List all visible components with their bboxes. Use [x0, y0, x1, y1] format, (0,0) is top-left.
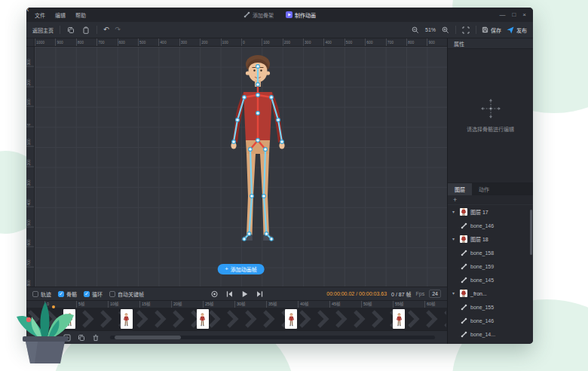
- character-thumbnail: [198, 312, 207, 327]
- keyframe-thumbnail[interactable]: [121, 309, 133, 329]
- ruler-tick: 300: [26, 47, 35, 67]
- record-button[interactable]: [210, 290, 219, 298]
- layer-bone-row[interactable]: bone_158: [448, 246, 533, 259]
- plant-leaves: [17, 302, 74, 339]
- rigged-character[interactable]: [209, 51, 307, 251]
- bone-icon: [461, 304, 467, 311]
- plus-icon: +: [225, 266, 228, 272]
- tab-layers[interactable]: 图层: [448, 183, 472, 195]
- bone-label: bone_146: [470, 223, 494, 228]
- canvas-ruler-left: 3002001000100200300400500600700800: [26, 47, 35, 287]
- toggle-3[interactable]: 自动关键帧: [109, 290, 144, 298]
- fps-value-input[interactable]: 24: [429, 290, 441, 298]
- plant-pot: [23, 336, 68, 363]
- layer-label: 图层 17: [470, 208, 488, 216]
- keyframe-thumbnail[interactable]: [197, 309, 209, 329]
- ruler-tick: 700: [26, 247, 35, 268]
- bone-icon: [461, 222, 467, 229]
- toggle-2[interactable]: ✓循环: [84, 290, 103, 298]
- layer-label: 图层 18: [470, 235, 488, 243]
- bone-icon: [461, 331, 467, 338]
- layer-bone-row[interactable]: bone_14...: [448, 327, 533, 341]
- expand-caret-icon[interactable]: ▾: [452, 210, 457, 214]
- bone-label: bone_146: [470, 318, 494, 323]
- layer-group-row[interactable]: ▾ 图层 17: [448, 205, 533, 219]
- toggle-label: 循环: [92, 290, 103, 298]
- character-thumbnail: [460, 208, 467, 216]
- add-animation-frame-button[interactable]: + 添加动画帧: [217, 264, 265, 274]
- bone-label: bone_159: [470, 264, 494, 269]
- tab-actions[interactable]: 动作: [472, 183, 496, 195]
- bone-icon: [461, 277, 467, 284]
- layer-bone-row[interactable]: bone_146: [448, 219, 533, 232]
- layer-group-row[interactable]: ▾ 图层 18: [448, 232, 533, 246]
- bone-icon: [461, 317, 467, 324]
- bone-label: bone_158: [470, 250, 494, 256]
- checkbox-icon[interactable]: ✓: [84, 291, 90, 297]
- expand-caret-icon[interactable]: ▾: [452, 237, 457, 241]
- layer-thumbnail-icon: [460, 208, 467, 216]
- properties-title: 属性: [454, 40, 464, 48]
- character-thumbnail: [460, 290, 467, 297]
- ruler-tick: 200: [26, 67, 35, 87]
- ruler-tick: 400: [26, 187, 35, 207]
- app-window: 文件 编辑 帮助 添加骨架 制作动画 — □ ×: [26, 8, 533, 344]
- stage-canvas[interactable]: + 添加动画帧: [35, 47, 447, 287]
- next-frame-button[interactable]: [256, 290, 264, 298]
- layers-list: ▾ 图层 17 bone_146 ▾ 图层 18: [448, 205, 533, 344]
- timeline-track[interactable]: [26, 308, 447, 330]
- properties-empty-state: 请选择骨骼进行编辑: [448, 49, 533, 183]
- layer-thumbnail-icon: [460, 290, 467, 297]
- ruler-tick: 0: [26, 107, 35, 127]
- ruler-tick: 300: [26, 167, 35, 188]
- ruler-tick: 600: [26, 227, 35, 247]
- add-layer-button[interactable]: +: [453, 197, 457, 204]
- character-thumbnail: [395, 312, 403, 327]
- layer-thumbnail-icon: [460, 235, 467, 243]
- crosshair-icon: [481, 99, 501, 118]
- timeline-controls: 轨迹✓骨骼✓循环自动关键帧 00:00:00.: [26, 287, 447, 300]
- timecode: 00:00:00.02 / 00:00:03.63: [326, 291, 387, 296]
- playback-controls: [210, 290, 264, 298]
- layer-bone-row[interactable]: bone_145: [448, 273, 533, 287]
- bone-label: bone_14...: [470, 332, 495, 337]
- character-thumbnail: [460, 235, 467, 243]
- layers-tabs: 图层 动作: [448, 183, 533, 195]
- select-bone-hint: 请选择骨骼进行编辑: [467, 125, 514, 133]
- ruler-tick: 100: [26, 87, 35, 107]
- layer-label: _fron...: [470, 291, 487, 296]
- bone-label: bone_145: [470, 277, 494, 283]
- layer-group-row[interactable]: ▾ _fron...: [448, 287, 533, 300]
- layers-scrollbar-thumb[interactable]: [530, 210, 532, 255]
- frame-counter: 0 / 87 帧: [391, 290, 411, 298]
- expand-caret-icon[interactable]: ▾: [452, 291, 457, 296]
- right-panel: 属性 请选择骨骼进行编辑 图层 动作 + ▾: [447, 38, 533, 344]
- add-layer-row: +: [448, 195, 533, 205]
- character-thumbnail: [287, 312, 296, 327]
- ruler-tick: 500: [26, 207, 35, 228]
- back-home-button[interactable]: ‹ 返回主页: [32, 26, 54, 34]
- ruler-tick: 200: [26, 147, 35, 167]
- bone-icon: [461, 250, 467, 256]
- character-thumbnail: [122, 312, 130, 327]
- timeline-scrollbar[interactable]: [110, 336, 435, 339]
- toggle-label: 自动关键帧: [118, 290, 144, 298]
- checkbox-icon[interactable]: [109, 291, 115, 297]
- keyframe-thumbnail[interactable]: [393, 309, 405, 329]
- play-button[interactable]: [240, 290, 249, 298]
- previous-frame-button[interactable]: [225, 290, 234, 298]
- plant-decoration: [8, 291, 83, 365]
- keyframe-thumbnail[interactable]: [285, 309, 297, 329]
- chevron-pattern: [26, 308, 446, 330]
- add-frame-label: 添加动画帧: [231, 265, 257, 273]
- ruler-tick: 100: [26, 127, 35, 147]
- bone-icon: [461, 263, 467, 270]
- bone-label: bone_155: [470, 305, 494, 310]
- layer-bone-row[interactable]: bone_159: [448, 259, 533, 273]
- toolbar: ‹ 返回主页 ↶ ↷ 51%: [26, 22, 533, 38]
- layer-bone-row[interactable]: bone_155: [448, 300, 533, 314]
- fps-label: Fps: [416, 291, 425, 296]
- canvas-area: 1000900800700600500400300200100010020030…: [26, 38, 447, 287]
- timeline-scrollbar-thumb[interactable]: [115, 336, 181, 339]
- layer-bone-row[interactable]: bone_146: [448, 314, 533, 327]
